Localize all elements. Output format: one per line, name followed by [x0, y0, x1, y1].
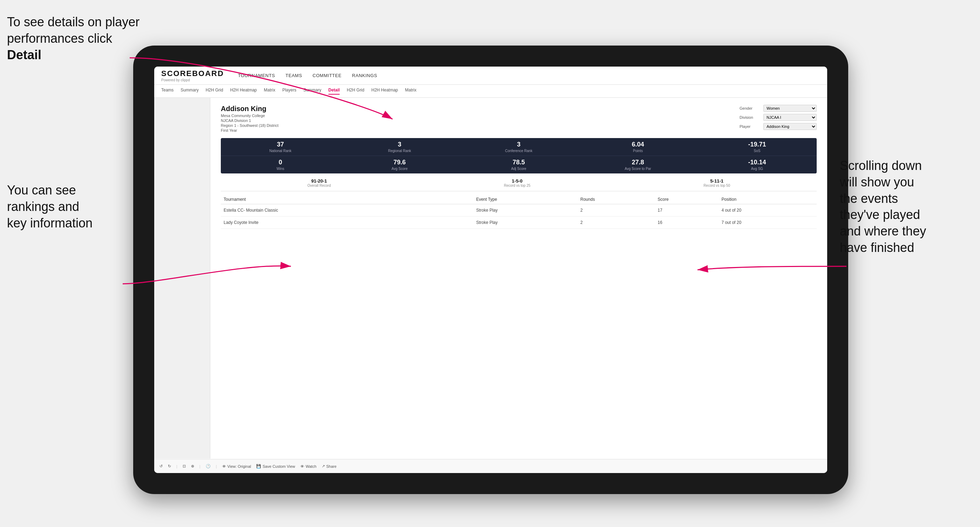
stat-national-rank: 37 National Rank — [221, 138, 340, 156]
col-rounds: Rounds — [578, 195, 655, 204]
avg-score-label: Avg Score — [344, 167, 456, 171]
subnav-summary2[interactable]: Summary — [303, 87, 321, 95]
gender-select[interactable]: Women — [764, 105, 817, 112]
app-header: SCOREBOARD Powered by clippd TOURNAMENTS… — [154, 67, 827, 85]
tournament-name-2: Lady Coyote Invite — [221, 217, 452, 229]
nav-tournaments[interactable]: TOURNAMENTS — [238, 73, 275, 78]
col-score: Score — [655, 195, 719, 204]
overall-record-label: Overall Record — [307, 184, 331, 187]
division-select[interactable]: NJCAA I — [764, 114, 817, 121]
zoom-in-btn[interactable]: ⊕ — [191, 464, 194, 468]
annotation-bl-1: You can see — [7, 183, 76, 197]
save-icon: 💾 — [256, 464, 261, 468]
watch-label: Watch — [305, 464, 317, 468]
tournament-position-1: 4 out of 20 — [719, 204, 817, 217]
conference-rank-label: Conference Rank — [463, 149, 575, 153]
content-area: Addison King Mesa Community College NJCA… — [154, 98, 827, 459]
annotation-r-1: Scrolling down — [840, 159, 922, 173]
nav-rankings[interactable]: RANKINGS — [352, 73, 377, 78]
zoom-fit-btn[interactable]: ⊡ — [183, 464, 186, 468]
nav-committee[interactable]: COMMITTEE — [313, 73, 342, 78]
subnav-players[interactable]: Players — [282, 87, 296, 95]
top50-record-value: 5-11-1 — [703, 178, 730, 184]
sos-label: SoS — [701, 149, 813, 153]
main-nav: TOURNAMENTS TEAMS COMMITTEE RANKINGS — [238, 73, 377, 78]
tournament-event-type-1: Stroke Play — [473, 204, 577, 217]
annotation-top-left: To see details on player performances cl… — [7, 14, 140, 63]
annotation-top-left-bold: Detail — [7, 48, 41, 62]
view-original-btn[interactable]: 👁 View: Original — [222, 464, 251, 468]
annotation-r-2: will show you — [840, 175, 914, 189]
annotation-bottom-left: You can see rankings and key information — [7, 182, 133, 231]
nav-teams[interactable]: TEAMS — [286, 73, 302, 78]
stats-row-1: 37 National Rank 3 Regional Rank 3 Confe… — [221, 138, 817, 156]
share-btn[interactable]: ↗ Share — [322, 464, 336, 468]
tournament-event-type-2: Stroke Play — [473, 217, 577, 229]
col-empty — [452, 195, 474, 204]
tournament-score-1: 17 — [655, 204, 719, 217]
subnav-detail[interactable]: Detail — [328, 87, 340, 95]
sos-value: -19.71 — [701, 141, 813, 148]
regional-rank-value: 3 — [344, 141, 456, 148]
stat-regional-rank: 3 Regional Rank — [340, 138, 459, 156]
tablet-frame: SCOREBOARD Powered by clippd TOURNAMENTS… — [133, 46, 848, 494]
table-row: Estella CC- Mountain Classic Stroke Play… — [221, 204, 817, 217]
top50-record: 5-11-1 Record vs top 50 — [703, 178, 730, 187]
overall-record: 91-20-1 Overall Record — [307, 178, 331, 187]
undo-btn[interactable]: ↺ — [159, 464, 162, 468]
top25-record-value: 1-5-0 — [504, 178, 531, 184]
points-value: 6.04 — [582, 141, 694, 148]
annotation-bl-3: key information — [7, 216, 92, 230]
tournament-rounds-1: 2 — [578, 204, 655, 217]
subnav-summary[interactable]: Summary — [180, 87, 198, 95]
player-region: Region 1 - Southwest (18) District — [221, 123, 278, 127]
scoreboard-logo: SCOREBOARD Powered by clippd — [161, 69, 224, 82]
stats-row-2: 0 Wins 79.6 Avg Score 78.5 Adj Score 2 — [221, 156, 817, 173]
save-custom-btn[interactable]: 💾 Save Custom View — [256, 464, 295, 468]
top25-record: 1-5-0 Record vs top 25 — [504, 178, 531, 187]
national-rank-label: National Rank — [224, 149, 336, 153]
player-filter-label: Player — [740, 124, 760, 129]
watch-btn[interactable]: 👁 Watch — [301, 464, 317, 468]
subnav-h2h-heatmap[interactable]: H2H Heatmap — [230, 87, 257, 95]
subnav-h2h-heatmap2[interactable]: H2H Heatmap — [371, 87, 398, 95]
subnav-h2h-grid[interactable]: H2H Grid — [206, 87, 223, 95]
share-icon: ↗ — [322, 464, 325, 468]
tournament-empty-1 — [452, 204, 474, 217]
avg-sg-value: -10.14 — [701, 159, 813, 166]
adj-score-value: 78.5 — [463, 159, 575, 166]
redo-btn[interactable]: ↻ — [168, 464, 171, 468]
sep1: | — [176, 464, 177, 468]
left-panel — [154, 98, 210, 459]
stat-sos: -19.71 SoS — [697, 138, 817, 156]
adj-score-label: Adj Score — [463, 167, 575, 171]
stat-avg-score: 79.6 Avg Score — [340, 156, 459, 173]
sub-nav: Teams Summary H2H Grid H2H Heatmap Matri… — [154, 85, 827, 98]
logo-sub: Powered by clippd — [161, 78, 224, 82]
tournament-table: Tournament Event Type Rounds Score Posit… — [221, 195, 817, 229]
division-filter-row: Division NJCAA I — [740, 114, 817, 121]
gender-filter-row: Gender Women — [740, 105, 817, 112]
subnav-h2h-grid2[interactable]: H2H Grid — [347, 87, 364, 95]
annotation-bl-2: rankings and — [7, 199, 79, 214]
subnav-matrix[interactable]: Matrix — [264, 87, 275, 95]
clock-btn[interactable]: 🕐 — [206, 464, 211, 468]
tournament-rounds-2: 2 — [578, 217, 655, 229]
sep2: | — [199, 464, 200, 468]
col-tournament: Tournament — [221, 195, 452, 204]
conference-rank-value: 3 — [463, 141, 575, 148]
subnav-teams[interactable]: Teams — [161, 87, 173, 95]
stat-avg-sg: -10.14 Avg SG — [697, 156, 817, 173]
save-custom-label: Save Custom View — [262, 464, 295, 468]
avg-sg-label: Avg SG — [701, 167, 813, 171]
annotation-r-4: they've played — [840, 208, 920, 222]
logo-title: SCOREBOARD — [161, 69, 224, 78]
stat-wins: 0 Wins — [221, 156, 340, 173]
wins-value: 0 — [224, 159, 336, 166]
stat-avg-score-par: 27.8 Avg Score to Par — [578, 156, 697, 173]
annotation-r-3: the events — [840, 191, 898, 206]
player-select[interactable]: Addison King — [764, 123, 817, 130]
subnav-matrix2[interactable]: Matrix — [405, 87, 417, 95]
player-info: Addison King Mesa Community College NJCA… — [221, 105, 278, 132]
main-panel[interactable]: Addison King Mesa Community College NJCA… — [210, 98, 827, 459]
